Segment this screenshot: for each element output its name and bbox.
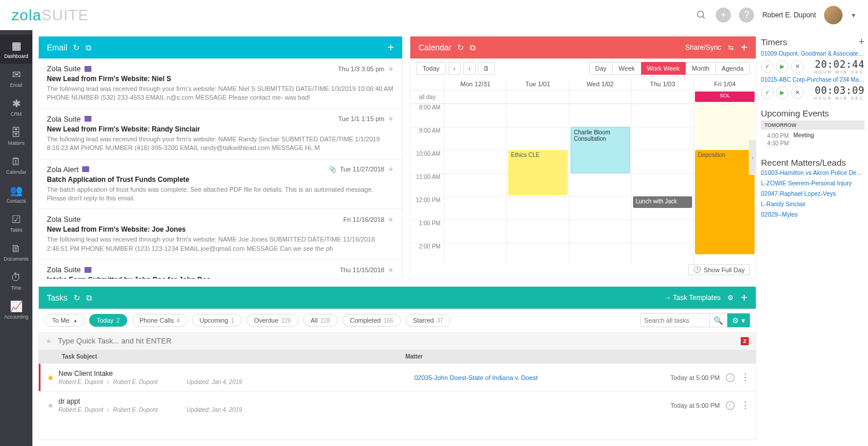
timer-stop-button[interactable]: ✓ [761,86,774,99]
calendar-next-button[interactable]: › [463,62,476,75]
allday-cell-3[interactable] [631,90,694,103]
email-item[interactable]: Zola SuiteThu 1/3 3:05 pm ★New Lead from… [39,59,402,109]
task-complete-button[interactable]: ✓ [726,373,735,382]
timer-matter-link[interactable]: 01009-Dupont, Goodman & Associates-DGA C… [761,50,865,57]
timer-play-button[interactable]: ▶ [776,60,789,73]
timers-add-button[interactable]: + [858,36,865,48]
task-filter-phone-calls[interactable]: Phone Calls 4 [132,314,187,327]
cal-view-day[interactable]: Day [589,62,613,75]
task-filter-upcoming[interactable]: Upcoming 1 [192,314,242,327]
recent-matter-link[interactable]: L-ZOWIE Seerem-Personal Injury [761,178,865,188]
cal-view-week[interactable]: Week [613,62,641,75]
star-icon[interactable]: ★ [388,115,394,123]
task-filter-completed[interactable]: Completed 166 [343,314,401,327]
timer-delete-button[interactable]: ✕ [791,86,804,99]
task-templates-link[interactable]: → Task Templates [664,294,721,302]
quick-task-input[interactable] [58,337,735,345]
calendar-event[interactable]: Deposition [695,150,755,254]
calendar-event[interactable]: Charlie Bloom Consultation [571,127,630,173]
tasks-refresh-icon[interactable]: ↻ [73,293,80,302]
task-complete-button[interactable]: ✓ [726,401,735,410]
timer-play-button[interactable]: ▶ [776,86,789,99]
task-filter-to-me[interactable]: To Me [45,314,84,327]
cal-day-column[interactable]: Ethics CLE [506,104,569,266]
email-item[interactable]: Zola SuiteFri 11/16/2018 ★New Lead from … [39,209,402,259]
sidebar-item-accounting[interactable]: 📈Accounting [0,295,32,324]
calendar-prev-button[interactable]: ‹ [448,62,461,75]
tasks-search-input[interactable] [640,313,709,327]
calendar-picker-button[interactable]: 🗓 [478,62,495,75]
task-filter-today[interactable]: Today 2 [89,314,127,327]
timer-matter-link[interactable]: 01015-ABC Corp-Purchase of 234 Main Stre… [761,76,865,83]
sidebar-item-tasks[interactable]: ☑Tasks [0,209,32,237]
sidebar-item-calendar[interactable]: 🗓Calendar [0,151,32,180]
task-more-button[interactable]: ⋮ [741,372,750,383]
user-menu-caret[interactable]: ▼ [851,12,856,19]
email-popout-icon[interactable]: ⧉ [86,43,91,53]
calendar-refresh-icon[interactable]: ↻ [457,43,464,52]
calendar-share-link[interactable]: Share/Sync [685,43,721,52]
avatar[interactable] [824,6,843,24]
email-item[interactable]: Zola SuiteThu 11/15/2018 ★Intake Form Su… [39,259,402,279]
allday-cell-0[interactable] [444,90,506,103]
recent-matter-link[interactable]: L-Randy Sinclair [761,199,865,209]
recent-matter-link[interactable]: 02047-Raphael Lopez-Veys [761,188,865,199]
email-refresh-icon[interactable]: ↻ [73,43,80,52]
sidebar-item-matters[interactable]: 🗄Matters [0,122,32,151]
star-icon[interactable]: ★ [388,165,394,173]
cal-view-month[interactable]: Month [686,62,716,75]
task-row[interactable]: ★New Client IntakeRobert E. Dupont › Rob… [39,363,756,391]
task-filter-starred[interactable]: Starred 37 [406,314,451,327]
task-row[interactable]: ★dr apptRobert E. Dupont › Robert E. Dup… [39,391,756,419]
cal-day-column[interactable]: Charlie Bloom Consultation [569,104,631,266]
quick-task-star[interactable]: ★ [46,337,52,345]
star-icon[interactable]: ★ [388,266,394,274]
cal-day-column[interactable]: Deposition [693,104,756,266]
task-star[interactable]: ★ [45,373,56,382]
timer-delete-button[interactable]: ✕ [791,60,804,73]
cal-day-column[interactable]: Lunch with Jack [631,104,694,266]
cal-view-agenda[interactable]: Agenda [716,62,750,75]
star-icon[interactable]: ★ [388,65,394,73]
tasks-popout-icon[interactable]: ⧉ [86,293,92,303]
tasks-search-button[interactable]: 🔍 [709,313,727,327]
sidebar-item-email[interactable]: ✉Email [0,64,32,93]
task-matter-link[interactable]: 02035-John Doest-State of Indiana v. Doe… [414,374,652,381]
calendar-event[interactable]: Lunch with Jack [633,196,693,208]
calendar-event[interactable] [695,104,755,150]
calendar-event[interactable]: Ethics CLE [508,150,568,195]
cal-view-work-week[interactable]: Work Week [641,62,686,75]
tasks-gear-button[interactable]: ⚙ ▾ [727,313,750,327]
allday-cell-4[interactable]: SOL [693,90,756,103]
calendar-popout-icon[interactable]: ⧉ [470,43,476,53]
tasks-add-button[interactable]: + [741,291,748,305]
timer-stop-button[interactable]: ✓ [761,60,774,73]
calendar-expand-handle[interactable]: › [749,140,756,175]
task-star[interactable]: ★ [45,401,56,410]
task-filter-all[interactable]: All 228 [303,314,338,327]
upcoming-event[interactable]: 4:00 PM4:30 PM Meeting [761,130,865,149]
email-add-button[interactable]: + [388,41,395,54]
add-button[interactable]: + [716,8,731,23]
task-filter-overdue[interactable]: Overdue 226 [247,314,299,327]
cal-day-column[interactable] [444,104,506,266]
sidebar-item-contacts[interactable]: 👥Contacts [0,180,32,209]
calendar-today-button[interactable]: Today [416,62,446,75]
allday-cell-1[interactable] [506,90,569,103]
allday-event[interactable]: SOL [695,92,755,102]
search-icon[interactable] [695,9,708,21]
email-item[interactable]: Zola Alert📎Tue 11/27/2018 ★Batch Applica… [39,159,402,210]
sidebar-item-documents[interactable]: 🗎Documents [0,237,32,266]
show-full-day-button[interactable]: 🕐Show Full Day [688,264,750,275]
star-icon[interactable]: ★ [388,215,394,224]
recent-matter-link[interactable]: 02029--Myles [761,209,865,220]
sidebar-item-time[interactable]: ⏱Time [0,266,32,295]
recent-matter-link[interactable]: 01003-Hamilton vs Akron Police Departmen… [761,167,865,178]
tasks-settings-icon[interactable]: ⚙ [727,294,734,302]
task-more-button[interactable]: ⋮ [741,400,750,411]
email-item[interactable]: Zola SuiteTue 1/1 1:15 pm ★New Lead from… [39,109,402,159]
calendar-share-icon[interactable]: ⇆ [728,43,734,52]
sidebar-item-crm[interactable]: ✱CRM [0,93,32,122]
calendar-add-button[interactable]: + [741,41,748,54]
allday-cell-2[interactable] [569,90,631,103]
